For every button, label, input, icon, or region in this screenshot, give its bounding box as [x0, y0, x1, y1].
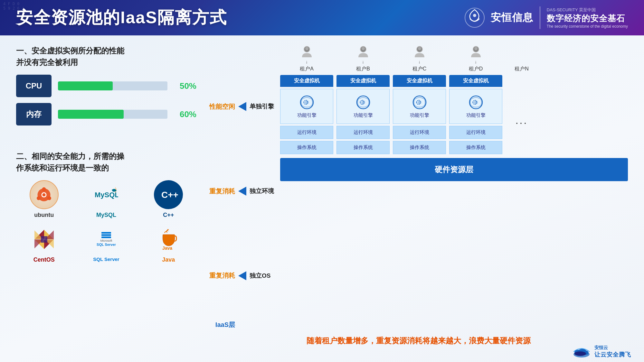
engine-cell-B: 功能引擎 — [336, 89, 390, 124]
page-title: 安全资源池的IaaS隔离方式 — [16, 6, 227, 29]
tenant-A-icon — [300, 45, 313, 58]
tenant-B: ↓ 租户B — [336, 45, 390, 72]
header: 安全资源池的IaaS隔离方式 安恒信息 DAS-SECURITY 昊至中国 数字… — [0, 0, 644, 35]
vm-header-A: 安全虚拟机 — [280, 75, 333, 87]
sqlserver-label: SQL Server — [93, 256, 119, 262]
cpu-progress-bar — [58, 81, 113, 90]
memory-metric-row: 内存 60% — [16, 103, 196, 125]
footer-text-group: 安恒云 让云安全腾飞 — [594, 345, 631, 358]
logo-tagline-cn: 数字经济的安全基石 — [547, 13, 628, 24]
engine-label-C: 功能引擎 — [410, 112, 429, 118]
mysql-icon: MySQL — [92, 180, 121, 209]
vm-header-C: 安全虚拟机 — [393, 75, 446, 87]
centos-label: CentOS — [33, 256, 55, 263]
memory-label: 内存 — [16, 103, 52, 125]
section2-title: 二、相同的安全能力，所需的操作系统和运行环境是一致的 — [16, 151, 196, 174]
tenant-B-arrow: ↓ — [362, 59, 364, 64]
tenant-A-arrow: ↓ — [306, 59, 308, 64]
footer: 安恒云 让云安全腾飞 — [572, 341, 644, 362]
logo-tagline-en: The security cornerstone of the digital … — [547, 24, 628, 29]
right-panel: 性能空闲 单独引擎 重复消耗 独立环境 重复消耗 独立OS — [209, 45, 628, 352]
footer-logo-text: 安恒云 — [594, 345, 608, 351]
sqlserver-logo: MicrosoftSQL Server SQL Server — [78, 225, 134, 263]
tenant-A-label: 租户A — [300, 66, 314, 72]
engine-icon-B — [355, 94, 371, 110]
warning-text: 随着租户数量增多，重复资源消耗将越来越大，浪费大量硬件资源 — [209, 336, 628, 346]
footer-tagline: 让云安全腾飞 — [594, 351, 631, 358]
tenant-D-label: 租户D — [469, 66, 483, 72]
logo-subtitle: DAS-SECURITY 昊至中国 数字经济的安全基石 The security… — [547, 7, 628, 29]
hardware-row: 硬件资源层 — [280, 158, 628, 181]
svg-point-25 — [305, 47, 308, 50]
company-logo-icon — [463, 6, 486, 29]
tenant-C: ↓ 租户C — [393, 45, 446, 72]
java-logo: Java Java — [141, 225, 196, 263]
engine-icon-C — [412, 94, 428, 110]
mysql-label: MySQL — [96, 212, 116, 218]
annotation-2: 重复消耗 独立环境 — [209, 149, 280, 234]
tenant-row: ↓ 租户A ↓ 租户B — [280, 45, 628, 72]
memory-progress-container — [58, 110, 167, 119]
engine-icon-D — [468, 94, 484, 110]
cpp-logo: C++ C++ — [141, 180, 196, 218]
cpu-progress-container — [58, 81, 167, 90]
engine-label-A: 功能引擎 — [297, 112, 317, 118]
svg-point-38 — [361, 100, 365, 104]
main-content: 一、安全虚拟实例所分配的性能并没有完全被利用 CPU 50% 内存 60% — [0, 35, 644, 362]
os-cell-A: 操作系统 — [280, 141, 333, 154]
vm-main-area: ↓ 租户A ↓ 租户B — [280, 45, 628, 329]
svg-rect-20 — [101, 234, 111, 236]
cpp-label: C++ — [163, 212, 174, 218]
vm-col-C: 安全虚拟机 功能引擎 运行环境 操作系统 — [393, 75, 446, 154]
tenant-D: ↓ 租户D — [449, 45, 502, 72]
tenant-B-icon — [357, 45, 370, 58]
memory-progress-bar — [58, 110, 124, 119]
java-label: Java — [162, 256, 175, 263]
vm-header-B: 安全虚拟机 — [336, 75, 390, 87]
logo-main: 安恒信息 — [491, 11, 533, 25]
runtime-cell-D: 运行环境 — [449, 126, 502, 139]
sqlserver-icon: MicrosoftSQL Server — [92, 225, 121, 254]
svg-point-34 — [474, 47, 478, 50]
svg-point-4 — [47, 196, 51, 200]
vm-col-dots: ··· — [506, 75, 538, 154]
dots-indicator: ··· — [516, 117, 528, 129]
annotation-3-desc: 独立OS — [250, 272, 270, 280]
svg-rect-21 — [101, 237, 111, 238]
os-logos-grid: ubuntu MySQL MySQL — [16, 180, 196, 263]
ubuntu-icon — [30, 180, 59, 209]
tenant-C-icon — [413, 45, 426, 58]
diagram-wrapper: 性能空闲 单独引擎 重复消耗 独立环境 重复消耗 独立OS — [209, 45, 628, 329]
section1-title: 一、安全虚拟实例所分配的性能并没有完全被利用 — [16, 45, 196, 68]
engine-cell-C: 功能引擎 — [393, 89, 446, 124]
runtime-cell-C: 运行环境 — [393, 126, 446, 139]
annotation-3: 重复消耗 独立OS — [209, 233, 280, 318]
cpu-label: CPU — [16, 75, 52, 97]
os-cell-C: 操作系统 — [393, 141, 446, 154]
svg-point-5 — [37, 196, 41, 200]
section2: 二、相同的安全能力，所需的操作系统和运行环境是一致的 — [16, 151, 196, 263]
centos-logo: CentOS — [16, 225, 72, 263]
logo-sub-top: DAS-SECURITY 昊至中国 — [547, 7, 628, 13]
annotation-1: 性能空闲 单独引擎 — [209, 64, 280, 149]
cpp-icon: C++ — [154, 180, 183, 209]
engine-icon-A — [299, 94, 315, 110]
svg-text:MySQL: MySQL — [95, 191, 118, 199]
svg-point-47 — [574, 351, 586, 356]
tenant-A: ↓ 租户A — [280, 45, 333, 72]
tenant-C-arrow: ↓ — [418, 59, 421, 64]
annotation-2-desc: 独立环境 — [250, 187, 274, 195]
runtime-cell-B: 运行环境 — [336, 126, 390, 139]
annotation-3-arrow — [238, 271, 246, 280]
annotation-3-label: 重复消耗 — [209, 271, 235, 280]
cpu-value: 50% — [174, 81, 196, 91]
annotation-1-arrow — [238, 102, 246, 111]
vm-col-D: 安全虚拟机 功能引擎 运行环境 操作系统 — [449, 75, 502, 154]
logo-text: 安恒信息 DAS-SECURITY 昊至中国 数字经济的安全基石 The sec… — [491, 6, 628, 29]
svg-point-7 — [43, 193, 46, 196]
svg-rect-19 — [101, 232, 111, 234]
tenant-B-label: 租户B — [356, 66, 370, 72]
annotation-1-label: 性能空闲 — [209, 102, 235, 111]
vm-header-D: 安全虚拟机 — [449, 75, 502, 87]
header-logo: 安恒信息 DAS-SECURITY 昊至中国 数字经济的安全基石 The sec… — [463, 6, 628, 29]
